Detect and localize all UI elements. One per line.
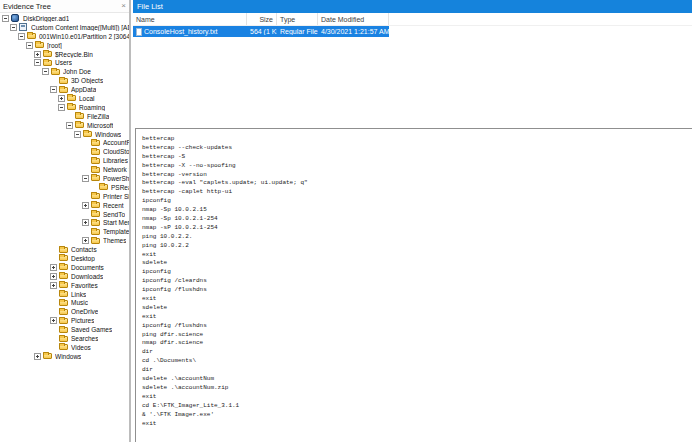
column-header-size[interactable]: Size (247, 13, 277, 25)
tree-item[interactable]: Local (0, 94, 129, 103)
expand-icon[interactable] (58, 95, 65, 102)
tree-item[interactable]: Custom Content Image([Multi]) [AD1] (0, 23, 129, 32)
tree-item[interactable]: Saved Games (0, 325, 129, 334)
tree-item[interactable]: Microsoft (0, 121, 129, 130)
tree-item[interactable]: Windows (0, 352, 129, 361)
tree-item[interactable]: John Doe (0, 67, 129, 76)
tree-item-label: PSReadl (111, 184, 129, 191)
folder-icon (59, 263, 69, 271)
tree-item[interactable]: PowerShell (0, 174, 129, 183)
tree-item[interactable]: Users (0, 58, 129, 67)
expand-icon[interactable] (50, 317, 57, 324)
tree-item-label: $Recycle.Bin (55, 51, 93, 58)
tree-item[interactable]: PSReadl (0, 183, 129, 192)
collapse-icon[interactable] (50, 86, 57, 93)
viewer-line: bettercap -X --no-spoofing (142, 162, 692, 171)
expand-icon[interactable] (82, 219, 89, 226)
tree-item[interactable]: Favorites (0, 281, 129, 290)
file-name-text: ConsoleHost_history.txt (144, 28, 217, 35)
viewer-line: sdelete (142, 259, 692, 268)
tree-item[interactable]: 001Win10.e01/Partition 2 [30647MB] (0, 32, 129, 41)
tree-item[interactable]: Templates (0, 227, 129, 236)
tree-item[interactable]: AccountPic (0, 138, 129, 147)
tree-item[interactable]: Start Menu (0, 218, 129, 227)
tree-item-label: 3D Objects (71, 77, 103, 84)
tree-item[interactable]: Printer Shc (0, 192, 129, 201)
tree-item[interactable]: Libraries (0, 156, 129, 165)
tree-item[interactable]: Recent (0, 201, 129, 210)
collapse-icon[interactable] (2, 15, 9, 22)
tree-item[interactable]: FileZilla (0, 112, 129, 121)
expand-icon[interactable] (82, 202, 89, 209)
tree-item[interactable]: Videos (0, 343, 129, 352)
tree-item-label: Users (55, 59, 72, 66)
tree-item-label: Themes (103, 237, 126, 244)
collapse-icon[interactable] (18, 33, 25, 40)
tree-item[interactable]: Themes (0, 236, 129, 245)
tree-item[interactable]: CloudStore (0, 147, 129, 156)
tree-item[interactable]: OneDrive (0, 307, 129, 316)
collapse-icon[interactable] (26, 42, 33, 49)
folder-icon (59, 86, 69, 94)
tree-item[interactable]: Windows (0, 130, 129, 139)
tree-item-label: Start Menu (103, 219, 129, 226)
viewer-line: bettercap -version (142, 171, 692, 180)
collapse-icon[interactable] (74, 131, 81, 138)
close-icon[interactable]: × (121, 2, 126, 10)
tree-item-label: FileZilla (87, 113, 109, 120)
tree-item[interactable]: Documents (0, 263, 129, 272)
tree-item-label: Searches (71, 335, 98, 342)
column-header-date-modified[interactable]: Date Modified (318, 13, 389, 25)
viewer-line: ipconfig /cleardns (142, 277, 692, 286)
tree-item[interactable]: Network Sh (0, 165, 129, 174)
collapse-icon[interactable] (66, 122, 73, 129)
folder-icon (59, 281, 69, 289)
evidence-tree[interactable]: DiskDrigger.ad1Custom Content Image([Mul… (0, 13, 129, 441)
expand-icon[interactable] (82, 237, 89, 244)
folder-icon (99, 183, 109, 191)
file-list-title: File List (137, 2, 163, 11)
tree-item[interactable]: Links (0, 290, 129, 299)
folder-icon (59, 77, 69, 85)
tree-item-label: Libraries (103, 157, 128, 164)
collapse-icon[interactable] (58, 104, 65, 111)
collapse-icon[interactable] (42, 68, 49, 75)
viewer-line: exit (142, 295, 692, 304)
expand-icon[interactable] (50, 282, 57, 289)
file-row[interactable]: ConsoleHost_history.txt564 (1 KB)Regular… (133, 26, 389, 37)
tree-item-label: SendTo (103, 211, 125, 218)
image-icon (19, 23, 29, 31)
viewer-line: ipconfig (142, 268, 692, 277)
folder-icon (75, 112, 85, 120)
tree-item[interactable]: Music (0, 299, 129, 308)
tree-item[interactable]: Searches (0, 334, 129, 343)
expand-icon[interactable] (34, 353, 41, 360)
tree-item[interactable]: DiskDrigger.ad1 (0, 14, 129, 23)
text-viewer[interactable]: bettercapbettercap --check-updatesbetter… (135, 128, 692, 442)
tree-item[interactable]: Roaming (0, 103, 129, 112)
folder-icon (75, 121, 85, 129)
tree-item[interactable]: $Recycle.Bin (0, 50, 129, 59)
tree-item[interactable]: AppData (0, 85, 129, 94)
tree-item[interactable]: Desktop (0, 254, 129, 263)
collapse-icon[interactable] (82, 175, 89, 182)
collapse-icon[interactable] (34, 59, 41, 66)
tree-item[interactable]: SendTo (0, 210, 129, 219)
expand-icon[interactable] (34, 51, 41, 58)
expand-icon[interactable] (50, 264, 57, 271)
expand-icon[interactable] (50, 273, 57, 280)
column-header-type[interactable]: Type (277, 13, 318, 25)
column-header-name[interactable]: Name (133, 13, 247, 25)
viewer-line: & '.\FTK Imager.exe' (142, 411, 692, 420)
tree-item-label: Network Sh (103, 166, 129, 173)
folder-icon (43, 50, 53, 58)
collapse-icon[interactable] (10, 24, 17, 31)
tree-item[interactable]: Downloads (0, 272, 129, 281)
tree-item[interactable]: 3D Objects (0, 76, 129, 85)
tree-item-label: Custom Content Image([Multi]) [AD1] (31, 24, 129, 31)
tree-item[interactable]: Pictures (0, 316, 129, 325)
viewer-line: ipconfig /flushdns (142, 322, 692, 331)
viewer-line: nmap -Sp 10.0.2.15 (142, 206, 692, 215)
tree-item[interactable]: Contacts (0, 245, 129, 254)
tree-item[interactable]: [root] (0, 41, 129, 50)
